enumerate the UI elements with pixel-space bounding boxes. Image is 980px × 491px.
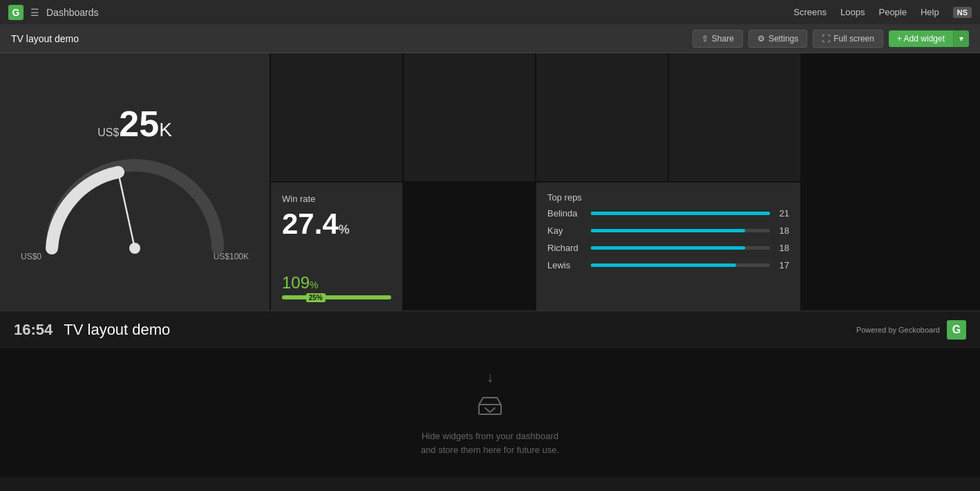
footer-g-logo: G: [947, 320, 966, 340]
storage-arrow-icon: ↓: [487, 369, 493, 385]
winrate-widget: Win rate 27.4% 109% 25%: [271, 183, 402, 311]
winrate-label: Win rate: [282, 194, 391, 204]
svg-line-1: [118, 172, 135, 248]
share-button[interactable]: ⇧ Share: [692, 30, 743, 48]
footer-left: 16:54 TV layout demo: [14, 321, 170, 339]
gauge-suffix: K: [159, 119, 172, 140]
nav-title: Dashboards: [46, 7, 99, 18]
fullscreen-icon: ⛶: [822, 34, 830, 44]
dashboard-title: TV layout demo: [11, 33, 79, 44]
inbox-svg: [476, 392, 504, 417]
topreps-widget: Top reps Belinda 21 Kay 18 Richard 18 Le…: [536, 183, 800, 311]
nav-left: G ☰ Dashboards: [8, 5, 99, 20]
rep-name: Kay: [547, 225, 585, 236]
nav-screens-link[interactable]: Screens: [793, 7, 827, 17]
storage-inbox-icon: [476, 392, 504, 423]
g-logo-icon[interactable]: G: [8, 5, 23, 20]
rep-value: 17: [775, 260, 789, 270]
nav-loops-link[interactable]: Loops: [840, 7, 865, 17]
share-icon: ⇧: [701, 34, 708, 44]
user-badge[interactable]: NS: [953, 7, 972, 18]
dashboard-area: US$25K US$0 US$100K: [0, 53, 980, 349]
topreps-label: Top reps: [547, 192, 789, 203]
hamburger-icon[interactable]: ☰: [30, 7, 39, 18]
nav-people-link[interactable]: People: [878, 7, 906, 17]
footer-bar: 16:54 TV layout demo Powered by Geckoboa…: [0, 311, 980, 349]
rep-value: 21: [775, 208, 789, 219]
rep-name: Belinda: [547, 208, 585, 219]
rep-list: Belinda 21 Kay 18 Richard 18 Lewis 17: [547, 208, 789, 270]
winrate-pct: %: [339, 223, 350, 237]
rep-bar-container: [591, 263, 770, 267]
footer-dashboard-title: TV layout demo: [64, 321, 170, 339]
gauge-svg: [38, 148, 232, 259]
widget-grid: US$25K US$0 US$100K: [0, 53, 980, 311]
rep-name: Lewis: [547, 260, 585, 270]
gauge-value-display: US$25K: [97, 103, 172, 145]
nav-right: Screens Loops People Help NS: [793, 7, 972, 18]
rep-value: 18: [775, 225, 789, 236]
winrate-bottom: 109% 25%: [282, 273, 391, 299]
winrate-secondary-value: 109%: [282, 273, 391, 293]
rep-bar-container: [591, 212, 770, 215]
progress-bar-fill: [282, 295, 391, 299]
fullscreen-button[interactable]: ⛶ Full screen: [813, 30, 883, 48]
empty-widget-2: [404, 53, 535, 181]
footer-right: Powered by Geckoboard G: [856, 320, 966, 340]
storage-description: Hide widgets from your dashboard and sto…: [421, 429, 559, 456]
rep-row: Belinda 21: [547, 208, 789, 219]
add-widget-dropdown-button[interactable]: ▾: [953, 30, 969, 47]
rep-row: Kay 18: [547, 225, 789, 236]
powered-by-text: Powered by Geckoboard: [856, 326, 940, 334]
rep-bar-fill: [591, 263, 736, 267]
empty-widget-1: [271, 53, 402, 181]
rep-row: Lewis 17: [547, 260, 789, 270]
gauge-widget: US$25K US$0 US$100K: [0, 53, 270, 311]
empty-widget-3: [536, 53, 668, 181]
storage-area: ↓ Hide widgets from your dashboard and s…: [0, 349, 980, 477]
progress-bar-marker: 25%: [306, 293, 326, 302]
rep-bar-fill: [591, 229, 745, 232]
rep-value: 18: [775, 243, 789, 253]
footer-time: 16:54: [14, 321, 53, 339]
empty-widget-4: [669, 53, 800, 181]
sub-nav-actions: ⇧ Share ⚙ Settings ⛶ Full screen + Add w…: [692, 30, 969, 48]
top-nav: G ☰ Dashboards Screens Loops People Help…: [0, 0, 980, 24]
rep-bar-container: [591, 229, 770, 232]
settings-button[interactable]: ⚙ Settings: [748, 30, 807, 48]
rep-bar-fill: [591, 212, 770, 215]
rep-name: Richard: [547, 243, 585, 253]
sub-nav: TV layout demo ⇧ Share ⚙ Settings ⛶ Full…: [0, 24, 980, 53]
settings-icon: ⚙: [757, 34, 765, 44]
rep-bar-container: [591, 246, 770, 250]
add-widget-group: + Add widget ▾: [889, 30, 969, 47]
gauge-prefix: US$: [97, 127, 119, 138]
add-widget-button[interactable]: + Add widget: [889, 30, 953, 47]
rep-row: Richard 18: [547, 243, 789, 253]
progress-bar: 25%: [282, 295, 391, 299]
nav-help-link[interactable]: Help: [921, 7, 939, 17]
gauge-svg-container: [38, 148, 232, 259]
rep-bar-fill: [591, 246, 745, 250]
winrate-value: 27.4%: [282, 210, 391, 239]
gauge-number: 25: [119, 104, 159, 144]
